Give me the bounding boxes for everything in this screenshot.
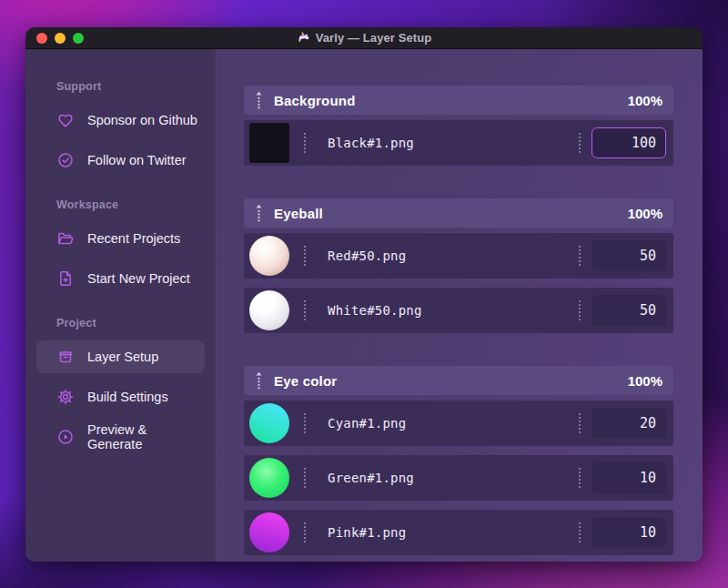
thumb-cyan-circle	[249, 403, 289, 443]
layer-weight-input[interactable]	[592, 517, 666, 548]
dotted-divider	[579, 468, 581, 488]
layer-filename: White#50.png	[328, 303, 564, 318]
sidebar-item-build-settings[interactable]: Build Settings	[36, 380, 205, 413]
dotted-divider	[304, 133, 306, 153]
sidebar-item-layer-setup[interactable]: Layer Setup	[36, 340, 205, 373]
layer-group-header: Eyeball 100%	[244, 198, 673, 228]
thumb-white-sphere	[249, 290, 289, 330]
sidebar-item-label: Build Settings	[87, 390, 168, 404]
sidebar-section: Support Sponsor on Github Follow on Twit…	[25, 80, 216, 177]
layer-weight-input[interactable]	[592, 408, 666, 439]
drag-handle-icon[interactable]	[255, 204, 263, 223]
layer-weight-input[interactable]	[592, 295, 666, 326]
sidebar-item-label: Follow on Twitter	[87, 153, 187, 167]
layer-weight-input[interactable]	[592, 240, 666, 271]
sidebar-section-label: Project	[56, 317, 216, 329]
drag-handle-icon[interactable]	[255, 371, 263, 390]
dotted-divider	[304, 413, 306, 433]
sidebar-section: Workspace Recent Projects Start New Proj…	[25, 198, 216, 295]
dotted-divider	[304, 300, 306, 320]
sidebar-item-label: Preview & Generate	[87, 422, 205, 451]
sidebar-section-label: Support	[56, 80, 216, 93]
layer-row: Cyan#1.png	[244, 400, 673, 446]
layer-row: White#50.png	[244, 288, 673, 333]
sidebar-item-label: Layer Setup	[87, 350, 158, 364]
layer-group-weight: 100%	[628, 206, 662, 221]
sidebar-item-label: Sponsor on Github	[87, 113, 197, 127]
sidebar-item-start-new-project[interactable]: Start New Project	[36, 262, 205, 295]
heart-icon	[56, 111, 75, 129]
layer-weight-input[interactable]	[592, 462, 666, 493]
layer-group-weight: 100%	[628, 93, 662, 108]
sidebar-item-label: Start New Project	[87, 271, 190, 286]
layer-filename: Cyan#1.png	[328, 416, 564, 431]
folder-icon	[56, 229, 75, 248]
dotted-divider	[579, 246, 581, 266]
window-title-text: Varly — Layer Setup	[316, 31, 432, 45]
layer-group-background: Background 100% Black#1.png	[244, 86, 673, 166]
app-window: Varly — Layer Setup Support Sponsor on G…	[25, 27, 703, 562]
layer-group-title: Background	[274, 93, 628, 108]
sidebar-item-label: Recent Projects	[87, 231, 180, 246]
layer-row: Green#1.png	[244, 455, 673, 501]
dotted-divider	[304, 468, 306, 488]
badge-check-icon	[56, 151, 75, 169]
window-titlebar: Varly — Layer Setup	[25, 27, 703, 49]
layer-group-header: Eye color 100%	[244, 366, 673, 395]
layer-row: Black#1.png	[244, 120, 673, 166]
layer-group-eyeball: Eyeball 100% Red#50.png White#50.png	[244, 198, 673, 333]
file-plus-icon	[56, 269, 75, 288]
layer-group-title: Eyeball	[274, 206, 628, 221]
layer-group-header: Background 100%	[244, 86, 673, 115]
layer-filename: Pink#1.png	[328, 525, 564, 540]
layer-group-title: Eye color	[274, 373, 628, 389]
layer-filename: Green#1.png	[328, 471, 564, 485]
thumb-pink-circle	[249, 512, 289, 553]
play-circle-icon	[56, 428, 75, 446]
unicorn-icon	[297, 30, 310, 46]
gear-icon	[56, 388, 75, 406]
layer-group-weight: 100%	[628, 373, 662, 389]
dotted-divider	[579, 522, 581, 542]
layer-row: Red#50.png	[244, 233, 673, 279]
window-body: Support Sponsor on Github Follow on Twit…	[25, 49, 703, 562]
layer-filename: Black#1.png	[328, 136, 564, 150]
dotted-divider	[304, 522, 306, 542]
sidebar-item-preview-generate[interactable]: Preview & Generate	[36, 421, 205, 453]
archive-icon	[56, 348, 75, 366]
thumb-green-circle	[249, 458, 289, 498]
layer-setup-panel: Background 100% Black#1.png Eyeball 100%	[217, 49, 703, 562]
layer-rows: Red#50.png White#50.png	[244, 233, 673, 333]
dotted-divider	[579, 300, 581, 320]
layer-filename: Red#50.png	[328, 248, 564, 263]
layer-rows: Cyan#1.png Green#1.png Pink#1.png	[244, 400, 673, 555]
thumb-black-square	[249, 123, 289, 163]
layer-rows: Black#1.png	[244, 120, 673, 166]
sidebar: Support Sponsor on Github Follow on Twit…	[25, 49, 217, 562]
dotted-divider	[304, 246, 306, 266]
drag-handle-icon[interactable]	[255, 91, 263, 110]
thumb-red-sphere	[249, 236, 289, 276]
sidebar-item-sponsor-on-github[interactable]: Sponsor on Github	[36, 104, 205, 137]
layer-row: Pink#1.png	[244, 510, 673, 555]
dotted-divider	[579, 413, 581, 433]
sidebar-item-follow-on-twitter[interactable]: Follow on Twitter	[36, 144, 205, 177]
window-title: Varly — Layer Setup	[25, 27, 703, 48]
sidebar-section: Project Layer Setup Build Settings Previ…	[25, 317, 216, 453]
sidebar-section-label: Workspace	[56, 198, 216, 211]
sidebar-item-recent-projects[interactable]: Recent Projects	[36, 222, 205, 255]
layer-group-eye-color: Eye color 100% Cyan#1.png Green#1.png Pi…	[244, 366, 673, 555]
layer-weight-input[interactable]	[592, 127, 666, 158]
dotted-divider	[579, 133, 581, 153]
desktop-background: Varly — Layer Setup Support Sponsor on G…	[0, 0, 728, 588]
